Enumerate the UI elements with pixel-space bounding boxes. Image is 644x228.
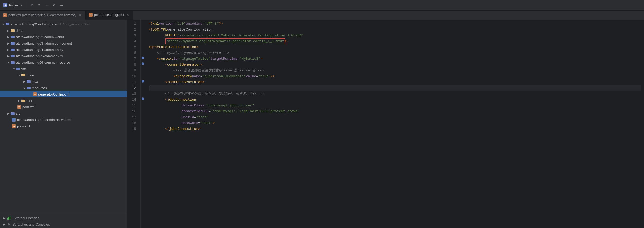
code-line-19: </jdbcConnection> [149,126,641,132]
top-bar: ▣ Project ▾ ⊕ ≡ ⇌ ⚙ — [0,0,644,11]
component-folder-icon [11,41,15,45]
gutter-7 [141,55,145,61]
tab-pom-label: pom.xml (atcrowdfunding06-common-reverse… [8,13,76,17]
locate-icon[interactable]: ⊕ [28,2,36,9]
pi-version-val: "1.0" [175,21,186,27]
tree-item-reverse[interactable]: ▾ atcrowdfunding06-common-reverse [0,59,127,66]
idea-folder-icon [11,28,15,33]
ln-15: 15 [127,103,138,109]
tab-generator-close[interactable]: ✕ [125,13,130,17]
reverse-folder-icon [11,60,15,64]
tree-item-pom-root[interactable]: m pom.xml [0,123,127,129]
src2-folder-icon [11,111,15,115]
main-folder-icon [21,73,25,77]
gutter-19 [141,125,145,131]
scratches-item[interactable]: ▶ ✎ Scratches and Consoles [0,221,127,227]
collapse-icon[interactable]: ≡ [36,2,43,9]
code-line-16: connectionURL="jdbc:mysql://localhost:33… [149,109,641,114]
code-line-3: PUBLIC "-//mybatis.org//DTD MyBatis Gene… [149,33,641,38]
tab-generator-config[interactable]: x generatorConfig.xml ✕ [86,11,133,20]
java-label: java [32,80,38,84]
component-arrow: ▶ [6,41,11,45]
tree-item-resources[interactable]: ▾ r resources [0,85,127,91]
tab-pom-xml[interactable]: m pom.xml (atcrowdfunding06-common-rever… [0,11,86,20]
code-line-12 [149,85,641,91]
tree-item-webui[interactable]: ▶ atcrowdfunding02-admin-webui [0,34,127,40]
java-folder-icon [27,79,31,84]
svg-text:r: r [28,87,29,89]
root-label: atcrowdfunding01-admin-parent [11,22,59,26]
tab-bar: m pom.xml (atcrowdfunding06-common-rever… [0,11,644,20]
ln-4: 4 [127,38,138,44]
code-line-18: password="root"> [149,120,641,126]
main-content: ▾ atcrowdfunding01-admin-parent D:\idea_… [0,20,644,228]
gutter-11 [141,78,145,84]
code-line-15: driverClass="com.mysql.jdbc.Driver" [149,103,641,109]
ln-18: 18 [127,120,138,126]
line-numbers: 1 2 3 4 5 6 7 8 9 10 11 12 13 14 15 16 1… [127,20,141,228]
test-label: test [27,99,32,103]
sidebar: ▾ atcrowdfunding01-admin-parent D:\idea_… [0,20,127,228]
code-area[interactable]: <?xml version="1.0" encoding="UTF-8"?> <… [145,20,644,228]
ext-lib-icon [7,216,10,220]
entity-folder-icon [11,48,15,52]
external-libraries-label: External Libraries [12,216,39,220]
scratches-icon: ✎ [7,222,10,226]
project-tree[interactable]: ▾ atcrowdfunding01-admin-parent D:\idea_… [0,20,127,214]
util-label: atcrowdfunding05-common-util [16,54,63,58]
gutter-13 [141,90,145,96]
tree-item-pom-reverse[interactable]: m pom.xml [0,104,127,110]
pi-bracket: <? [149,21,153,27]
tree-item-component[interactable]: ▶ atcrowdfunding03-admin-component [0,40,127,46]
gutter-17 [141,113,145,119]
tree-item-java[interactable]: ▶ java [0,78,127,85]
ln-19: 19 [127,126,138,132]
gutter-2 [141,26,145,32]
ln-14: 14 [127,97,138,103]
code-line-8: <commentGenerator> [149,62,641,68]
code-line-10: <property name="suppressAllComments" val… [149,74,641,79]
external-libraries-item[interactable]: ▶ External Libraries [0,215,127,221]
pom-root-icon: m [12,124,16,128]
tree-item-main[interactable]: ▾ main [0,72,127,78]
minimize-icon[interactable]: — [58,2,65,9]
tree-item-generator-config[interactable]: x generatorConfig.xml [0,91,127,97]
code-line-1: <?xml version="1.0" encoding="UTF-8"?> [149,21,641,27]
code-line-4: "http://mybatis.org/dtd/mybatis-generato… [149,38,641,44]
pom-reverse-label: pom.xml [22,105,35,109]
svg-rect-24 [21,100,23,100]
svg-rect-3 [11,29,12,30]
svg-rect-13 [11,61,12,62]
code-line-5: <generatorConfiguration> [149,44,641,50]
pi-version-attr: version [159,21,173,27]
tree-item-src2[interactable]: ▶ src [0,110,127,117]
root-folder-icon [5,22,10,26]
webui-folder-icon [11,35,15,39]
tree-item-test[interactable]: ▶ test [0,97,127,104]
editor-content: 1 2 3 4 5 6 7 8 9 10 11 12 13 14 15 16 1… [127,20,644,228]
gutter-16 [141,107,145,113]
ln-17: 17 [127,114,138,120]
ln-5: 5 [127,44,138,50]
expand-icon[interactable]: ⇌ [43,2,50,9]
idea-arrow: ▶ [6,28,11,33]
idea-label: .idea [16,29,23,33]
code-line-14: <jdbcConnection [149,97,641,103]
tree-item-src[interactable]: ▾ src [0,66,127,72]
tree-item-entity[interactable]: ▶ atcrowdfunding04-admin-entity [0,46,127,53]
resources-label: resources [32,86,47,90]
tree-item-idea[interactable]: ▶ .idea [0,27,127,34]
tree-item-util[interactable]: ▶ atcrowdfunding05-common-util [0,53,127,59]
pi-tag: xml [153,21,159,27]
gutter-4 [141,37,145,43]
project-panel-header: ▣ Project ▾ [0,3,26,7]
settings-icon[interactable]: ⚙ [50,2,58,9]
tree-item-iml[interactable]: i atcrowdfunding01-admin-parent.iml [0,117,127,123]
tree-item-root[interactable]: ▾ atcrowdfunding01-admin-parent D:\idea_… [0,21,127,27]
util-arrow: ▶ [6,54,11,58]
tab-pom-close[interactable]: ✕ [78,13,82,17]
gutter-6 [141,49,145,55]
ln-12: 12 [127,85,138,91]
reverse-label: atcrowdfunding06-common-reverse [16,61,70,64]
project-panel-title: Project [9,3,20,7]
